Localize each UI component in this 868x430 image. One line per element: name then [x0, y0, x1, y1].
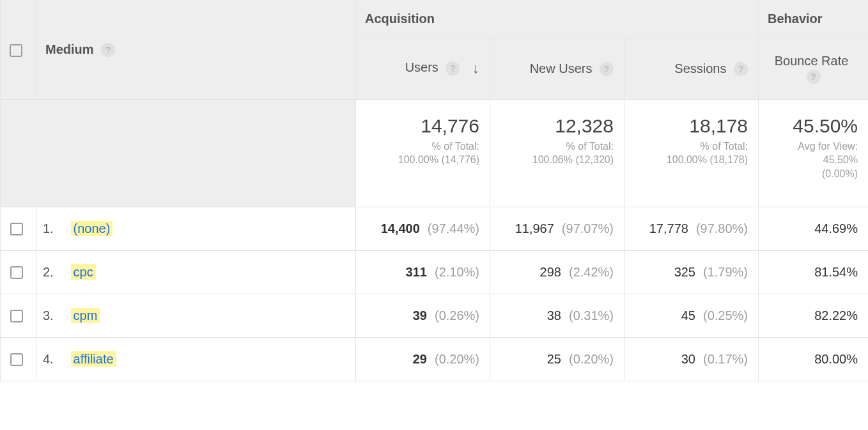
bounce-rate-column-header[interactable]: Bounce Rate ? [759, 38, 868, 100]
help-icon[interactable]: ? [807, 70, 821, 84]
table-row: 1. (none) 14,400(97.44%) 11,967(97.07%) … [1, 207, 869, 250]
medium-link[interactable]: affiliate [71, 351, 116, 367]
table-row: 4. affiliate 29(0.20%) 25(0.20%) 30(0.17… [1, 337, 869, 381]
help-icon[interactable]: ? [600, 62, 614, 76]
sessions-column-header[interactable]: Sessions ? [624, 38, 759, 100]
help-icon[interactable]: ? [446, 61, 460, 76]
table-row: 2. cpc 311(2.10%) 298(2.42%) 325(1.79%) … [1, 250, 869, 294]
sort-arrow-down-icon[interactable]: ↓ [472, 60, 479, 77]
medium-cell: 1. (none) [36, 207, 356, 250]
acquisition-group-header: Acquisition [356, 0, 759, 38]
analytics-table: Medium ? Acquisition Behavior Users ? ↓ … [0, 0, 868, 381]
row-checkbox[interactable] [10, 223, 23, 235]
row-checkbox[interactable] [10, 353, 23, 366]
users-column-header[interactable]: Users ? ↓ [356, 38, 490, 100]
row-checkbox[interactable] [10, 266, 23, 279]
medium-cell: 4. affiliate [36, 337, 356, 381]
row-checkbox[interactable] [10, 310, 23, 322]
dimension-header[interactable]: Medium ? [36, 0, 356, 99]
bounce-rate-total-cell: 45.50% Avg for View: 45.50% (0.00%) [759, 99, 868, 207]
new-users-total-cell: 12,328 % of Total: 100.06% (12,320) [490, 99, 624, 207]
help-icon[interactable]: ? [101, 43, 115, 57]
select-all-checkbox[interactable] [10, 44, 22, 57]
table-row: 3. cpm 39(0.26%) 38(0.31%) 45(0.25%) 82.… [1, 294, 869, 337]
medium-link[interactable]: cpm [71, 308, 100, 323]
help-icon[interactable]: ? [734, 62, 748, 76]
users-total-cell: 14,776 % of Total: 100.00% (14,776) [356, 99, 490, 207]
select-all-header[interactable] [1, 0, 36, 99]
medium-cell: 2. cpc [36, 250, 356, 294]
new-users-column-header[interactable]: New Users ? [490, 38, 624, 100]
medium-cell: 3. cpm [36, 294, 356, 337]
medium-link[interactable]: (none) [71, 221, 113, 236]
totals-row: 14,776 % of Total: 100.00% (14,776) 12,3… [1, 99, 869, 207]
medium-link[interactable]: cpc [71, 264, 96, 280]
sessions-total-cell: 18,178 % of Total: 100.00% (18,178) [624, 99, 759, 207]
behavior-group-header: Behavior [759, 0, 868, 38]
dimension-label: Medium [45, 42, 94, 56]
